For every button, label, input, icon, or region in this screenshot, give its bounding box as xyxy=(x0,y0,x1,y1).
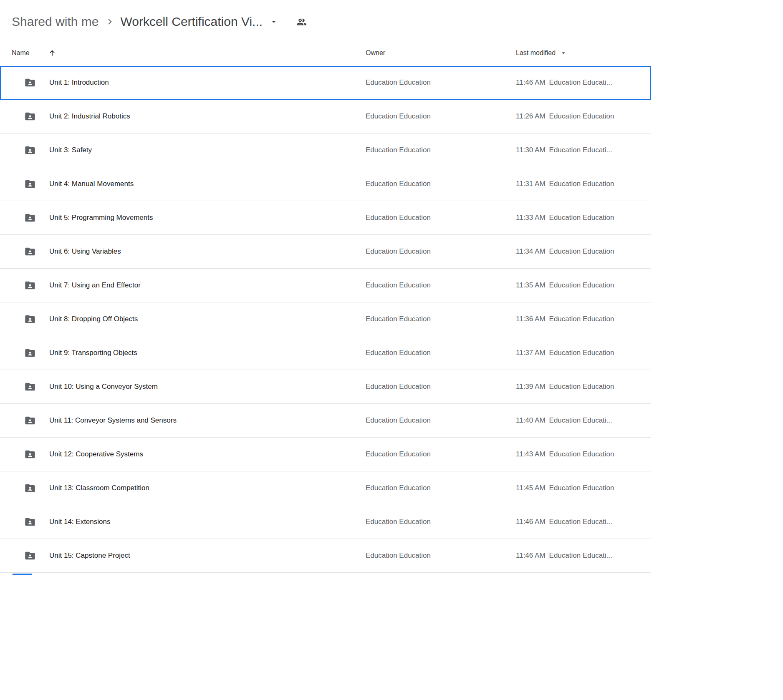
breadcrumb-shared-with-me[interactable]: Shared with me xyxy=(12,14,99,29)
owner-cell: Education Education xyxy=(366,247,516,256)
file-list: Unit 1: Introduction Education Education… xyxy=(0,66,651,573)
owner-cell: Education Education xyxy=(366,146,516,154)
table-row[interactable]: Unit 6: Using Variables Education Educat… xyxy=(0,235,651,269)
sort-ascending-arrow-icon[interactable] xyxy=(48,49,56,57)
owner-cell: Education Education xyxy=(366,214,516,222)
modified-time: 11:34 AM xyxy=(516,247,546,256)
owner-cell: Education Education xyxy=(366,78,516,87)
modified-by: Education Education xyxy=(549,112,614,121)
table-row[interactable]: Unit 11: Conveyor Systems and Sensors Ed… xyxy=(0,404,651,438)
last-modified-cell: 11:35 AM Education Education xyxy=(516,281,651,290)
modified-by: Education Educati... xyxy=(549,146,612,154)
table-row[interactable]: Unit 2: Industrial Robotics Education Ed… xyxy=(0,100,651,133)
table-row[interactable]: Unit 10: Using a Conveyor System Educati… xyxy=(0,370,651,404)
shared-folder-icon xyxy=(24,550,36,562)
owner-cell: Education Education xyxy=(366,518,516,526)
modified-by: Education Educati... xyxy=(549,416,612,425)
last-modified-cell: 11:46 AM Education Educati... xyxy=(516,78,651,87)
people-shared-icon[interactable] xyxy=(296,16,307,28)
modified-time: 11:37 AM xyxy=(516,349,546,357)
shared-folder-icon xyxy=(24,482,36,494)
folder-name-cell: Unit 8: Dropping Off Objects xyxy=(12,313,366,325)
last-modified-cell: 11:33 AM Education Education xyxy=(516,214,651,222)
chevron-right-icon xyxy=(104,17,114,27)
folder-name-label: Unit 2: Industrial Robotics xyxy=(49,112,130,121)
modified-time: 11:35 AM xyxy=(516,281,546,290)
modified-by: Education Education xyxy=(549,450,614,458)
shared-folder-icon xyxy=(24,77,36,88)
folder-name-cell: Unit 5: Programming Movements xyxy=(12,212,366,224)
folder-name-cell: Unit 10: Using a Conveyor System xyxy=(12,381,366,393)
table-row[interactable]: Unit 8: Dropping Off Objects Education E… xyxy=(0,302,651,336)
modified-time: 11:46 AM xyxy=(516,551,546,560)
modified-time: 11:46 AM xyxy=(516,518,546,526)
table-row[interactable]: Unit 13: Classroom Competition Education… xyxy=(0,471,651,505)
modified-by: Education Education xyxy=(549,180,614,188)
modified-by: Education Education xyxy=(549,214,614,222)
modified-by: Education Education xyxy=(549,247,614,256)
table-row[interactable]: Unit 5: Programming Movements Education … xyxy=(0,201,651,235)
owner-cell: Education Education xyxy=(366,281,516,290)
folder-name-label: Unit 14: Extensions xyxy=(49,518,110,526)
folder-name-label: Unit 6: Using Variables xyxy=(49,247,121,256)
table-row[interactable]: Unit 7: Using an End Effector Education … xyxy=(0,269,651,302)
column-header-owner-label: Owner xyxy=(366,49,385,57)
owner-cell: Education Education xyxy=(366,383,516,391)
folder-name-cell: Unit 2: Industrial Robotics xyxy=(12,111,366,122)
modified-time: 11:39 AM xyxy=(516,383,546,391)
shared-folder-icon xyxy=(24,212,36,224)
shared-folder-icon xyxy=(24,279,36,291)
owner-cell: Education Education xyxy=(366,315,516,323)
folder-name-cell: Unit 6: Using Variables xyxy=(12,246,366,257)
last-modified-cell: 11:43 AM Education Education xyxy=(516,450,651,458)
table-row[interactable]: Unit 9: Transporting Objects Education E… xyxy=(0,336,651,370)
last-modified-cell: 11:34 AM Education Education xyxy=(516,247,651,256)
shared-folder-icon xyxy=(24,516,36,528)
column-header-name[interactable]: Name xyxy=(12,49,56,57)
last-modified-cell: 11:30 AM Education Educati... xyxy=(516,146,651,154)
folder-actions-dropdown-icon[interactable] xyxy=(269,17,278,26)
folder-name-label: Unit 5: Programming Movements xyxy=(49,214,153,222)
table-row[interactable]: Unit 3: Safety Education Education 11:30… xyxy=(0,133,651,167)
column-header-last-modified[interactable]: Last modified xyxy=(516,49,567,57)
owner-cell: Education Education xyxy=(366,416,516,425)
modified-time: 11:40 AM xyxy=(516,416,546,425)
shared-folder-icon xyxy=(24,313,36,325)
owner-cell: Education Education xyxy=(366,450,516,458)
table-row[interactable]: Unit 1: Introduction Education Education… xyxy=(0,66,651,100)
modified-by: Education Education xyxy=(549,315,614,323)
folder-name-label: Unit 8: Dropping Off Objects xyxy=(49,315,138,323)
breadcrumb: Shared with me Workcell Certification Vi… xyxy=(0,0,783,40)
folder-name-label: Unit 9: Transporting Objects xyxy=(49,349,137,357)
column-header-owner[interactable]: Owner xyxy=(366,49,385,57)
table-row[interactable]: Unit 12: Cooperative Systems Education E… xyxy=(0,438,651,471)
sort-descending-caret-icon[interactable] xyxy=(560,49,567,57)
owner-cell: Education Education xyxy=(366,180,516,188)
table-row[interactable]: Unit 4: Manual Movements Education Educa… xyxy=(0,167,651,201)
folder-name-label: Unit 13: Classroom Competition xyxy=(49,484,149,492)
last-modified-cell: 11:39 AM Education Education xyxy=(516,383,651,391)
modified-time: 11:31 AM xyxy=(516,180,546,188)
folder-name-cell: Unit 12: Cooperative Systems xyxy=(12,448,366,460)
modified-by: Education Education xyxy=(549,383,614,391)
last-modified-cell: 11:36 AM Education Education xyxy=(516,315,651,323)
shared-folder-icon xyxy=(24,448,36,460)
folder-name-cell: Unit 15: Capstone Project xyxy=(12,550,366,562)
modified-time: 11:45 AM xyxy=(516,484,546,492)
last-modified-cell: 11:46 AM Education Educati... xyxy=(516,518,651,526)
table-row[interactable]: Unit 14: Extensions Education Education … xyxy=(0,505,651,539)
folder-name-cell: Unit 3: Safety xyxy=(12,144,366,156)
breadcrumb-current-folder[interactable]: Workcell Certification Vi... xyxy=(120,14,263,29)
modified-time: 11:30 AM xyxy=(516,146,546,154)
folder-name-label: Unit 15: Capstone Project xyxy=(49,551,130,560)
owner-cell: Education Education xyxy=(366,349,516,357)
modified-by: Education Educati... xyxy=(549,551,612,560)
owner-cell: Education Education xyxy=(366,484,516,492)
file-table: Name Owner Last modified xyxy=(0,40,651,573)
folder-name-cell: Unit 7: Using an End Effector xyxy=(12,279,366,291)
modified-time: 11:26 AM xyxy=(516,112,546,121)
modified-time: 11:43 AM xyxy=(516,450,546,458)
table-row[interactable]: Unit 15: Capstone Project Education Educ… xyxy=(0,539,651,573)
folder-name-label: Unit 3: Safety xyxy=(49,146,92,154)
folder-name-label: Unit 11: Conveyor Systems and Sensors xyxy=(49,416,177,425)
